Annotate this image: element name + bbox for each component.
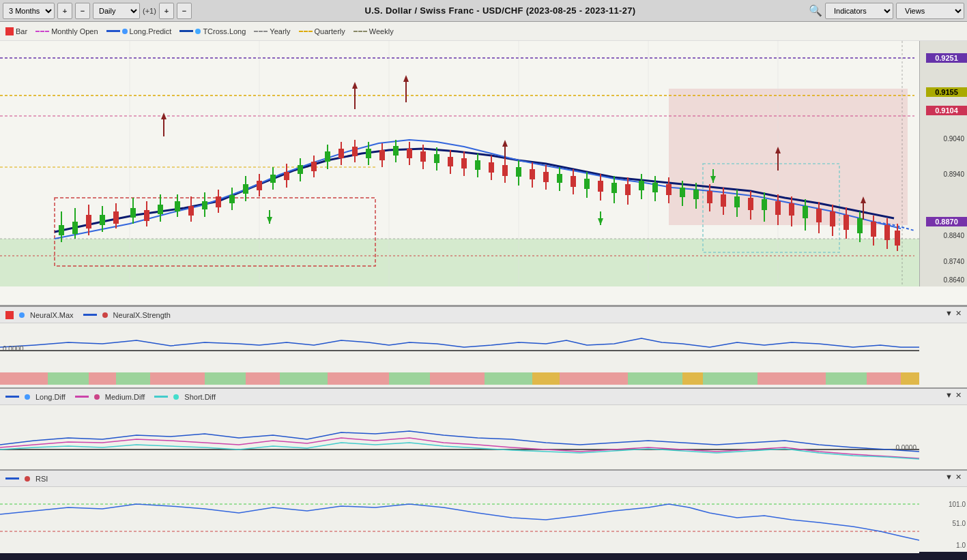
svg-rect-157	[895, 231, 900, 246]
rsi-panel-close[interactable]: ✕	[955, 473, 962, 482]
yearly-legend-label: Yearly	[270, 27, 290, 35]
diff-panel-close[interactable]: ✕	[955, 391, 962, 400]
period-select[interactable]: Daily Weekly Monthly	[93, 3, 140, 19]
neural-y-label: 0.0000	[3, 345, 24, 353]
neural-panel-controls: ▼ ✕	[945, 309, 962, 318]
long-predict-legend-icon	[106, 30, 120, 32]
legend-yearly: Yearly	[254, 27, 290, 35]
svg-rect-81	[379, 150, 385, 160]
svg-rect-171	[389, 372, 430, 385]
svg-rect-143	[803, 206, 808, 218]
timeframe-plus-button[interactable]: +	[57, 3, 72, 19]
diff-chart-area: 0.0000	[0, 405, 967, 471]
right-controls: Indicators Views	[825, 3, 964, 19]
timeframe-minus-button[interactable]: −	[75, 3, 90, 19]
svg-rect-181	[867, 372, 901, 385]
rsi-svg	[0, 487, 919, 553]
short-diff-dot	[173, 394, 179, 400]
price-label-8740: 0.8740	[943, 258, 964, 265]
svg-rect-119	[639, 181, 644, 190]
svg-rect-21	[86, 215, 91, 229]
svg-rect-185	[0, 487, 919, 553]
svg-rect-168	[246, 372, 280, 385]
price-axis: 0.9251 0.9155 0.9104 0.9040 0.8940 0.887…	[919, 41, 967, 286]
svg-rect-180	[826, 372, 867, 385]
bar-legend-label: Bar	[16, 27, 27, 35]
long-predict-legend-label: Long.Predict	[130, 27, 172, 35]
long-diff-dot	[25, 394, 30, 400]
price-label-9040: 0.9040	[943, 135, 964, 143]
svg-rect-67	[284, 172, 289, 180]
svg-rect-2	[669, 89, 908, 225]
offset-plus-button[interactable]: +	[159, 3, 174, 19]
svg-rect-155	[884, 225, 890, 240]
svg-rect-107	[557, 174, 562, 183]
bar-legend-icon	[5, 27, 14, 35]
rsi-label: RSI	[35, 475, 48, 483]
svg-rect-177	[682, 372, 703, 385]
neural-chart-area: 0.0000	[0, 323, 967, 389]
diff-panel-collapse[interactable]: ▼	[945, 391, 953, 400]
svg-rect-57	[216, 196, 221, 207]
chart-canvas[interactable]: 0.9251 0.9155 0.9104 0.9040 0.8940 0.887…	[0, 41, 967, 306]
svg-rect-165	[116, 372, 150, 385]
legend-long-predict: Long.Predict	[106, 27, 172, 35]
neuralx-strength-icon	[83, 314, 97, 316]
svg-rect-172	[430, 372, 485, 385]
svg-rect-53	[188, 206, 194, 216]
svg-rect-1	[0, 239, 919, 286]
toolbar: 3 Months 1 Week 1 Month 6 Months 1 Year …	[0, 0, 967, 22]
rsi-label-101: 101.0	[949, 501, 966, 508]
weekly-legend-label: Weekly	[369, 27, 394, 35]
quarterly-legend-label: Quarterly	[315, 27, 345, 35]
tcross-long-dot	[195, 29, 201, 34]
svg-rect-176	[628, 372, 682, 385]
svg-rect-131	[721, 194, 726, 207]
neuralx-max-dot	[19, 312, 25, 318]
search-icon[interactable]: 🔍	[809, 4, 822, 17]
neural-panel-close[interactable]: ✕	[955, 309, 962, 318]
svg-rect-129	[707, 191, 712, 203]
svg-rect-105	[543, 172, 549, 182]
monthly-open-legend-icon	[35, 31, 49, 32]
quarterly-legend-icon	[299, 31, 313, 32]
rsi-panel-header: RSI ▼ ✕	[0, 471, 967, 487]
legend-quarterly: Quarterly	[299, 27, 345, 35]
svg-rect-183	[0, 405, 919, 471]
svg-rect-164	[89, 372, 116, 385]
price-badge-purple2: 0.8870	[926, 217, 967, 226]
svg-rect-137	[762, 199, 767, 210]
rsi-dot	[25, 476, 30, 482]
svg-rect-83	[393, 146, 399, 156]
svg-rect-123	[666, 184, 672, 195]
svg-rect-121	[652, 183, 658, 192]
price-badge-purple: 0.9251	[926, 53, 967, 63]
medium-diff-label: Medium.Diff	[105, 393, 145, 401]
neural-svg	[0, 323, 919, 389]
svg-rect-139	[775, 201, 781, 215]
svg-rect-69	[298, 165, 303, 174]
svg-rect-151	[857, 218, 863, 233]
svg-rect-166	[150, 372, 205, 385]
svg-rect-75	[338, 149, 344, 158]
offset-minus-button[interactable]: −	[177, 3, 192, 19]
svg-rect-117	[625, 184, 631, 195]
svg-rect-113	[598, 181, 603, 192]
neural-panel: NeuralX.Max NeuralX.Strength ▼ ✕	[0, 306, 967, 387]
timeframe-select[interactable]: 3 Months 1 Week 1 Month 6 Months 1 Year	[3, 3, 55, 19]
svg-rect-27	[130, 208, 136, 218]
svg-rect-87	[420, 151, 426, 162]
neural-panel-collapse[interactable]: ▼	[945, 309, 953, 318]
svg-rect-31	[158, 205, 163, 214]
rsi-panel-collapse[interactable]: ▼	[945, 473, 953, 482]
svg-rect-175	[560, 372, 628, 385]
svg-rect-115	[611, 183, 617, 193]
diff-panel-controls: ▼ ✕	[945, 391, 962, 400]
neural-panel-header: NeuralX.Max NeuralX.Strength ▼ ✕	[0, 307, 967, 323]
svg-rect-19	[72, 222, 78, 234]
svg-rect-63	[257, 181, 262, 190]
indicators-select[interactable]: Indicators	[825, 3, 893, 19]
views-select[interactable]: Views	[896, 3, 964, 19]
offset-label: (+1)	[143, 7, 156, 15]
rsi-line-icon	[5, 477, 19, 480]
